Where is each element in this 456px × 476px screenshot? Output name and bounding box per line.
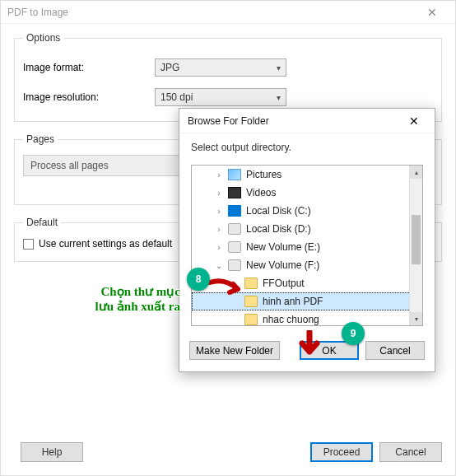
expand-icon[interactable]: ⌄	[215, 261, 223, 270]
drive-icon	[228, 259, 241, 271]
chevron-down-icon: ▾	[277, 93, 281, 102]
tree-item-label: Local Disk (C:)	[246, 205, 311, 217]
tree-item-label: FFOutput	[263, 278, 305, 289]
annotation-badge-9: 9	[342, 322, 365, 345]
cancel-button[interactable]: Cancel	[379, 442, 442, 462]
tree-item-label: New Volume (E:)	[246, 241, 320, 253]
tree-item-label: hinh anh PDF	[263, 296, 323, 307]
help-button[interactable]: Help	[21, 442, 83, 462]
dialog-cancel-button[interactable]: Cancel	[365, 341, 425, 360]
expand-icon[interactable]: ›	[215, 189, 223, 198]
proceed-button[interactable]: Proceed	[310, 442, 373, 462]
drive-icon	[228, 223, 241, 235]
tree-item-label: New Volume (F:)	[246, 259, 319, 271]
close-icon[interactable]: ✕	[416, 6, 449, 19]
tree-item[interactable]: ›Videos	[192, 184, 422, 202]
image-resolution-select[interactable]: 150 dpi ▾	[155, 88, 286, 106]
default-checkbox-label: Use current settings as default	[39, 238, 172, 250]
scroll-up-icon[interactable]: ▴	[410, 166, 422, 179]
chevron-down-icon: ▾	[277, 63, 281, 72]
expand-icon[interactable]: ›	[215, 170, 223, 180]
scroll-down-icon[interactable]: ▾	[410, 312, 422, 325]
default-checkbox[interactable]	[23, 239, 34, 250]
window-title: PDF to Image	[7, 7, 68, 18]
tree-item[interactable]: nhac chuong	[192, 310, 422, 326]
vid-icon	[228, 187, 241, 198]
main-titlebar: PDF to Image ✕	[1, 1, 455, 24]
expand-icon[interactable]: ›	[215, 243, 223, 252]
arrow-icon	[208, 276, 249, 304]
close-icon[interactable]: ✕	[402, 114, 426, 128]
drive-icon	[228, 241, 241, 253]
dialog-message: Select output directory.	[191, 142, 423, 153]
scroll-thumb[interactable]	[412, 215, 421, 264]
arrow-icon	[297, 330, 322, 362]
pic-icon	[228, 169, 241, 180]
image-resolution-label: Image resolution:	[23, 91, 155, 103]
tree-item-label: Local Disk (D:)	[246, 223, 311, 235]
tree-item[interactable]: ›Local Disk (C:)	[192, 202, 422, 220]
image-format-select[interactable]: JPG ▾	[155, 58, 286, 77]
tree-item[interactable]: ›Pictures	[192, 166, 422, 184]
image-format-label: Image format:	[23, 62, 155, 73]
options-legend: Options	[23, 32, 63, 44]
tree-item[interactable]: ›New Volume (E:)	[192, 238, 422, 256]
dialog-title: Browse For Folder	[188, 115, 402, 127]
default-legend: Default	[23, 217, 61, 228]
scrollbar[interactable]: ▴▾	[409, 166, 422, 325]
tree-item-label: Pictures	[246, 169, 282, 180]
annotation-text: Chọn thư mụclưu ảnh xuất ra	[65, 284, 180, 314]
expand-icon[interactable]: ›	[215, 225, 223, 234]
tree-item-label: nhac chuong	[263, 314, 319, 325]
tree-item[interactable]: ⌄New Volume (F:)	[192, 256, 422, 274]
expand-icon[interactable]: ›	[215, 207, 223, 216]
tree-item-label: Videos	[246, 187, 276, 198]
annotation-badge-8: 8	[187, 268, 210, 291]
win-icon	[228, 205, 241, 217]
folder-icon	[244, 314, 258, 325]
tree-item[interactable]: ›Local Disk (D:)	[192, 220, 422, 238]
pages-legend: Pages	[23, 133, 58, 145]
make-new-folder-button[interactable]: Make New Folder	[189, 341, 280, 360]
